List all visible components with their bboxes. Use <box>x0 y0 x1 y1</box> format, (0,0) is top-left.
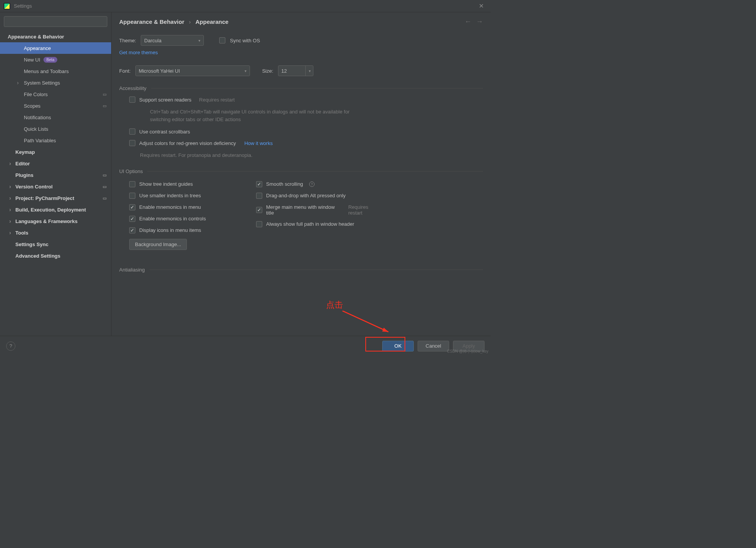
tree-label: New UI <box>24 57 40 63</box>
tree-notifications[interactable]: Notifications <box>0 112 111 123</box>
get-themes-link[interactable]: Get more themes <box>119 50 158 55</box>
tree-label: Path Variables <box>24 138 56 143</box>
nav-back-icon[interactable]: ← <box>465 18 471 26</box>
font-label: Font: <box>119 68 131 74</box>
project-scope-icon: ▭ <box>103 196 107 201</box>
tree-label: Appearance & Behavior <box>8 34 64 40</box>
tree-path-variables[interactable]: Path Variables <box>0 135 111 146</box>
screen-readers-label: Support screen readers <box>139 97 191 103</box>
background-image-button[interactable]: Background Image... <box>129 239 187 250</box>
tree-system-settings[interactable]: System Settings <box>0 77 111 88</box>
mnemonics-controls-label: Enable mnemonics in controls <box>139 216 206 222</box>
main-panel: Appearance & Behavior › Appearance ← → T… <box>112 12 491 336</box>
tree-label: Scopes <box>24 103 40 109</box>
help-icon[interactable]: ? <box>6 341 15 351</box>
combo-value: Microsoft YaHei UI <box>139 68 180 74</box>
tree-editor[interactable]: Editor <box>0 158 111 169</box>
antialiasing-section: Antialiasing <box>119 267 483 273</box>
mnemonics-controls-checkbox[interactable] <box>129 216 135 222</box>
titlebar: Settings ✕ <box>0 0 491 12</box>
smooth-scroll-checkbox[interactable] <box>256 181 262 187</box>
app-icon <box>4 3 10 9</box>
tree-label: Menus and Toolbars <box>24 68 69 74</box>
theme-label: Theme: <box>119 38 136 43</box>
project-scope-icon: ▭ <box>103 173 107 178</box>
sync-os-checkbox[interactable] <box>219 37 225 43</box>
tree-tools[interactable]: Tools <box>0 227 111 238</box>
merge-menu-checkbox[interactable] <box>256 207 262 213</box>
combo-value: Darcula <box>144 38 162 43</box>
tree-label: Editor <box>15 161 30 167</box>
accessibility-section: Accessibility <box>119 85 483 91</box>
cancel-button[interactable]: Cancel <box>418 341 449 351</box>
project-scope-icon: ▭ <box>103 184 107 189</box>
tree-languages[interactable]: Languages & Frameworks <box>0 215 111 227</box>
tree-label: Version Control <box>15 184 53 190</box>
nav-forward-icon[interactable]: → <box>476 18 483 26</box>
merge-menu-label: Merge main menu with window title <box>266 204 342 216</box>
tree-settings-sync[interactable]: Settings Sync <box>0 238 111 250</box>
tree-label: Keymap <box>15 149 35 155</box>
sidebar: 🔍 Appearance & Behavior Appearance New U… <box>0 12 112 336</box>
search-input[interactable] <box>4 16 107 27</box>
restart-hint: Requires restart <box>348 204 383 216</box>
tree-guides-checkbox[interactable] <box>129 181 135 187</box>
tree-new-ui[interactable]: New UIBeta <box>0 54 111 65</box>
tree-label: Languages & Frameworks <box>15 218 78 224</box>
tree-quick-lists[interactable]: Quick Lists <box>0 123 111 135</box>
window-title: Settings <box>14 3 476 9</box>
project-scope-icon: ▭ <box>103 92 107 97</box>
tree-appearance-behavior[interactable]: Appearance & Behavior <box>0 31 111 42</box>
full-path-checkbox[interactable] <box>256 221 262 227</box>
tree-menus-toolbars[interactable]: Menus and Toolbars <box>0 65 111 77</box>
close-icon[interactable]: ✕ <box>476 1 487 11</box>
settings-tree: Appearance & Behavior Appearance New UIB… <box>0 31 111 336</box>
sync-os-label: Sync with OS <box>230 38 260 43</box>
display-icons-label: Display icons in menu items <box>139 227 201 233</box>
breadcrumb-part: Appearance <box>195 18 228 25</box>
display-icons-checkbox[interactable] <box>129 227 135 233</box>
tree-scopes[interactable]: Scopes▭ <box>0 100 111 112</box>
beta-badge: Beta <box>43 57 58 63</box>
tree-build-exec[interactable]: Build, Execution, Deployment <box>0 204 111 215</box>
tree-label: Plugins <box>15 172 33 178</box>
tree-project[interactable]: Project: PyCharmProject▭ <box>0 192 111 204</box>
tree-guides-label: Show tree indent guides <box>139 181 193 187</box>
smaller-indents-checkbox[interactable] <box>129 193 135 199</box>
smaller-indents-label: Use smaller indents in trees <box>139 193 201 198</box>
ok-button[interactable]: OK <box>382 341 414 351</box>
mnemonics-menu-label: Enable mnemonics in menu <box>139 204 201 210</box>
tree-plugins[interactable]: Plugins▭ <box>0 169 111 181</box>
full-path-label: Always show full path in window header <box>266 221 354 227</box>
watermark: CSDN @帅小伙low_key <box>447 349 488 354</box>
color-deficiency-checkbox[interactable] <box>129 140 135 146</box>
ui-options-section: UI Options <box>119 168 483 174</box>
mnemonics-menu-checkbox[interactable] <box>129 204 135 210</box>
breadcrumb: Appearance & Behavior › Appearance <box>119 18 228 25</box>
contrast-scrollbars-checkbox[interactable] <box>129 128 135 135</box>
footer: ? OK Cancel Apply <box>0 336 491 356</box>
font-combo[interactable]: Microsoft YaHei UI <box>135 65 250 76</box>
tree-label: Build, Execution, Deployment <box>15 207 86 213</box>
tree-version-control[interactable]: Version Control▭ <box>0 181 111 192</box>
tree-keymap[interactable]: Keymap <box>0 146 111 158</box>
restart-hint: Requires restart <box>199 97 235 103</box>
contrast-scrollbars-label: Use contrast scrollbars <box>139 129 190 135</box>
drag-drop-checkbox[interactable] <box>256 193 262 199</box>
tree-advanced[interactable]: Advanced Settings <box>0 250 111 262</box>
tree-appearance[interactable]: Appearance <box>0 42 111 54</box>
screen-readers-hint: Ctrl+Tab and Ctrl+Shift+Tab will navigat… <box>150 108 354 123</box>
chevron-right-icon: › <box>189 18 191 25</box>
screen-readers-checkbox[interactable] <box>129 97 135 103</box>
theme-combo[interactable]: Darcula <box>141 35 204 46</box>
combo-value: 12 <box>281 68 287 74</box>
tree-label: Advanced Settings <box>15 253 60 259</box>
tree-file-colors[interactable]: File Colors▭ <box>0 88 111 100</box>
drag-drop-label: Drag-and-drop with Alt pressed only <box>266 193 346 198</box>
smooth-scroll-label: Smooth scrolling <box>266 181 303 187</box>
size-combo[interactable]: 12 <box>278 65 313 76</box>
project-scope-icon: ▭ <box>103 103 107 108</box>
tree-label: System Settings <box>24 80 60 86</box>
info-icon[interactable]: ? <box>309 182 315 187</box>
how-it-works-link[interactable]: How it works <box>244 140 273 146</box>
